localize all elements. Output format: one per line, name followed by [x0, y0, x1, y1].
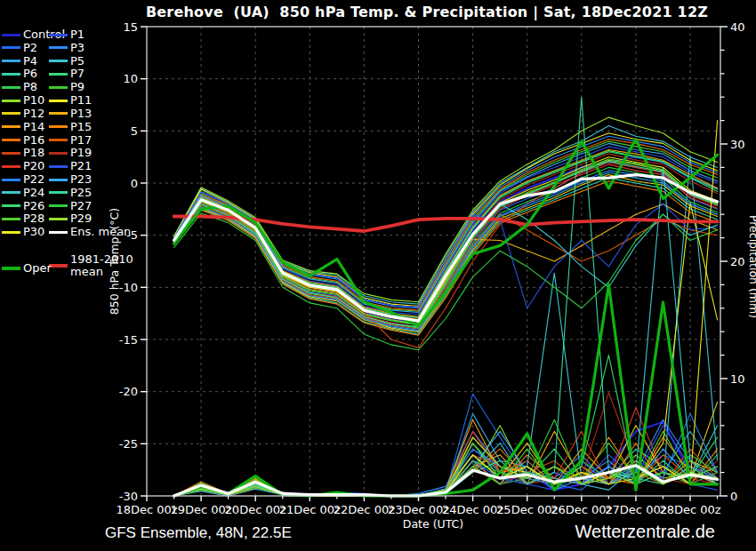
- legend-label-p18: P18: [23, 147, 44, 159]
- legend-label-p24: P24: [23, 187, 44, 199]
- legend-swatch-p10: [2, 100, 20, 102]
- date-tick-label: 18Dec 00z: [116, 503, 177, 516]
- precip-tick-label: 10: [730, 372, 745, 386]
- legend-item-p13: P13: [49, 108, 92, 120]
- legend-label-p21: P21: [70, 160, 92, 172]
- legend-item-p23: P23: [49, 173, 92, 186]
- legend-label-p27: P27: [70, 200, 92, 212]
- model-location-label: GFS Ensemble, 48N, 22.5E: [105, 524, 292, 542]
- legend-label-p28: P28: [23, 212, 44, 225]
- legend-swatch-p5: [49, 60, 68, 62]
- legend-swatch-p9: [49, 86, 68, 89]
- legend-item-p24: P24: [2, 187, 44, 199]
- legend-label-p17: P17: [70, 134, 92, 147]
- legend-label-p1: P1: [70, 28, 84, 41]
- precip-axis-label: Precipitation (mm): [747, 215, 756, 318]
- legend-swatch-p25: [49, 191, 68, 194]
- temp-tick-label: -30: [119, 490, 138, 503]
- legend-label-p5: P5: [70, 55, 84, 68]
- legend-item-oper: Oper: [2, 262, 52, 275]
- legend-label-ens-mean: Ens. mean: [70, 226, 131, 238]
- legend-swatch-p30: [2, 231, 20, 234]
- legend-item-p9: P9: [49, 81, 84, 93]
- legend-item-p6: P6: [2, 68, 37, 80]
- date-tick-label: 23Dec 00z: [388, 503, 449, 516]
- legend-label-p3: P3: [70, 42, 84, 54]
- legend-label-p30: P30: [23, 226, 44, 238]
- legend-label-p16: P16: [23, 134, 44, 147]
- legend-label-p4: P4: [23, 55, 37, 68]
- legend-swatch-climatology-mean: [49, 264, 68, 268]
- legend-swatch-p14: [2, 125, 20, 128]
- legend-item-p20: P20: [2, 160, 44, 172]
- legend-label-p2: P2: [23, 42, 37, 54]
- precip-tick-label: 30: [730, 138, 745, 151]
- series-temp-p22: [174, 171, 718, 331]
- legend-item-p11: P11: [49, 94, 92, 107]
- legend: ControlP1P2P3P4P5P6P7P8P9P10P11P12P13P14…: [0, 0, 142, 373]
- legend-swatch-p11: [49, 100, 68, 102]
- legend-item-p18: P18: [2, 147, 44, 159]
- legend-label-p11: P11: [70, 94, 92, 107]
- legend-swatch-p28: [2, 218, 20, 220]
- legend-label-oper: Oper: [23, 262, 52, 275]
- precip-tick-label: 40: [730, 20, 745, 34]
- meteogram-chart: Berehove (UA) 850 hPa Temp. & Precipitat…: [0, 0, 756, 551]
- legend-item-p2: P2: [2, 42, 37, 54]
- plot-border: [147, 27, 720, 496]
- legend-label-p10: P10: [23, 94, 44, 107]
- legend-item-climatology-mean: 1981-2010mean: [49, 253, 133, 278]
- temp-tick-label: -20: [119, 385, 138, 398]
- legend-swatch-ens-mean: [49, 231, 68, 234]
- legend-swatch-p4: [2, 60, 20, 62]
- legend-label-p8: P8: [23, 81, 37, 93]
- legend-item-p4: P4: [2, 55, 37, 68]
- legend-item-p29: P29: [49, 212, 92, 225]
- legend-item-p16: P16: [2, 134, 44, 147]
- legend-label-climatology-mean: 1981-2010mean: [70, 253, 133, 278]
- temp-tick-label: -25: [119, 437, 138, 451]
- legend-swatch-p24: [2, 191, 20, 194]
- date-tick-label: 21Dec 00z: [279, 503, 341, 516]
- legend-item-p8: P8: [2, 81, 37, 93]
- precip-tick-label: 20: [730, 255, 745, 268]
- legend-item-p21: P21: [49, 160, 92, 172]
- legend-item-p27: P27: [49, 200, 92, 212]
- legend-swatch-p8: [2, 86, 20, 89]
- legend-swatch-p18: [2, 152, 20, 155]
- legend-item-p26: P26: [2, 200, 44, 212]
- legend-swatch-oper: [2, 267, 20, 270]
- legend-swatch-p12: [2, 112, 20, 115]
- legend-label-p23: P23: [70, 173, 92, 186]
- date-tick-label: 19Dec 00z: [170, 503, 231, 516]
- legend-label-p25: P25: [70, 187, 92, 199]
- legend-label-p7: P7: [70, 68, 84, 80]
- legend-label-p9: P9: [70, 81, 84, 93]
- series-temp-p8: [174, 167, 718, 328]
- date-tick-label: 27Dec 00z: [605, 503, 666, 516]
- legend-swatch-p15: [49, 125, 68, 128]
- legend-item-p10: P10: [2, 94, 44, 107]
- legend-label-p15: P15: [70, 121, 92, 133]
- legend-swatch-p13: [49, 112, 68, 115]
- legend-swatch-p29: [49, 218, 68, 220]
- legend-item-p22: P22: [2, 173, 44, 186]
- legend-label-p22: P22: [23, 173, 44, 186]
- legend-swatch-p26: [2, 204, 20, 207]
- date-axis-label: Date (UTC): [403, 517, 463, 531]
- legend-item-p12: P12: [2, 108, 44, 120]
- legend-label-p29: P29: [70, 212, 92, 225]
- legend-swatch-p7: [49, 73, 68, 76]
- legend-item-ens-mean: Ens. mean: [49, 226, 131, 238]
- legend-swatch-p2: [2, 46, 20, 49]
- legend-swatch-p16: [2, 139, 20, 141]
- date-tick-label: 28Dec 00z: [659, 503, 720, 516]
- legend-label-p12: P12: [23, 108, 44, 120]
- precip-tick-label: 0: [730, 490, 737, 503]
- legend-item-p7: P7: [49, 68, 84, 80]
- legend-label-p13: P13: [70, 108, 92, 120]
- legend-label-p26: P26: [23, 200, 44, 212]
- legend-swatch-p3: [49, 46, 68, 49]
- legend-swatch-p20: [2, 165, 20, 168]
- legend-item-p25: P25: [49, 187, 92, 199]
